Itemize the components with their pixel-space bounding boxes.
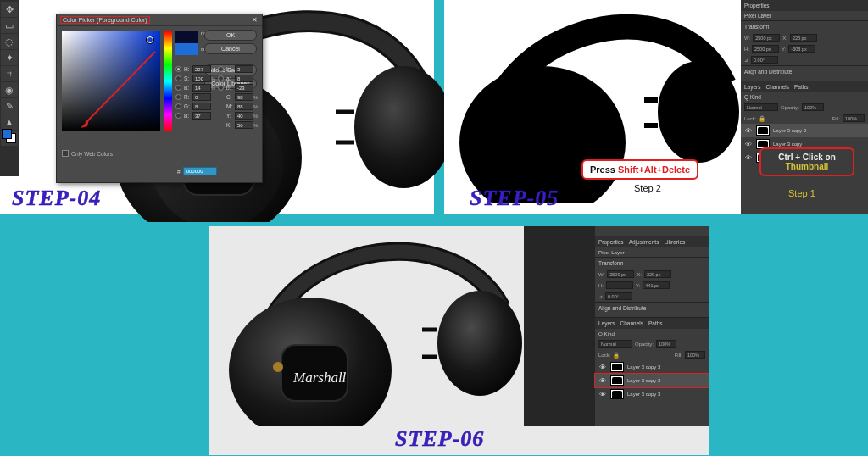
layer-row[interactable]: 👁 Layer 3 copy 3 (595, 387, 709, 401)
callout-press-combo: Shift+Alt+Delete (618, 164, 690, 175)
fill-input[interactable]: 100% (685, 351, 705, 359)
layer-filter-kind[interactable]: Q Kind (598, 331, 615, 336)
input-angle[interactable]: 0.00° (751, 56, 778, 64)
input-c[interactable]: 98 (235, 93, 253, 101)
radio-g[interactable] (175, 103, 181, 109)
radio-b[interactable] (175, 85, 181, 91)
visibility-icon[interactable]: 👁 (744, 154, 753, 162)
input-angle[interactable]: 0.00° (605, 292, 632, 300)
visibility-icon[interactable]: 👁 (744, 127, 753, 135)
layer-thumbnail[interactable] (756, 125, 770, 136)
dialog-title: Color Picker (Foreground Color) (60, 16, 150, 24)
libraries-tab[interactable]: Libraries (664, 239, 685, 245)
input-h[interactable]: 227 (192, 65, 211, 73)
crop-tool-icon[interactable]: ⌗ (1, 66, 18, 81)
eyedrop-tool-icon[interactable]: ◉ (1, 82, 18, 97)
cancel-button[interactable]: Cancel (204, 43, 257, 54)
input-h[interactable] (606, 281, 633, 289)
layer-name: Layer 3 copy 2 (773, 128, 806, 133)
layer-thumbnail[interactable] (610, 389, 624, 399)
svg-point-13 (273, 362, 283, 372)
blend-mode-select[interactable]: Normal (598, 340, 632, 348)
input-r[interactable]: 0 (192, 93, 211, 101)
move-tool-icon[interactable]: ✥ (1, 2, 18, 17)
callout-ctrl-click-thumbnail: Ctrl + Click on Thumbnail (760, 147, 854, 176)
radio-r[interactable] (175, 94, 181, 100)
layer-row[interactable]: 👁 Layer 3 copy 2 (741, 124, 868, 137)
input-bl[interactable]: 37 (192, 112, 211, 120)
color-picker-dialog: Color Picker (Foreground Color) ✕ new cu… (56, 14, 263, 183)
input-k[interactable]: 56 (235, 121, 253, 129)
input-g[interactable]: 8 (192, 103, 211, 110)
hue-slider[interactable] (164, 31, 172, 131)
input-l[interactable]: 3 (235, 65, 253, 73)
channels-tab[interactable]: Channels (620, 320, 643, 326)
svg-point-0 (354, 66, 446, 188)
fill-input[interactable]: 100% (843, 114, 865, 122)
adjustments-tab[interactable]: Adjustments (629, 239, 659, 245)
input-y[interactable]: -308 px (788, 45, 815, 53)
lasso-tool-icon[interactable]: ◌ (1, 34, 18, 49)
input-w[interactable]: 2500 px (753, 34, 780, 42)
input-m[interactable]: 88 (235, 103, 253, 110)
visibility-icon[interactable]: 👁 (598, 391, 607, 398)
input-b[interactable]: 14 (192, 84, 211, 92)
svg-marker-7 (81, 120, 89, 128)
step-04-label: STEP-04 (12, 186, 101, 211)
properties-tab[interactable]: Properties (741, 0, 868, 11)
layer-thumbnail[interactable] (610, 375, 624, 386)
radio-l[interactable] (218, 66, 224, 72)
paths-tab[interactable]: Paths (648, 320, 663, 326)
input-a[interactable]: 8 (235, 75, 253, 82)
visibility-icon[interactable]: 👁 (598, 364, 607, 371)
new-current-swatch: new current (175, 31, 198, 55)
svg-point-9 (459, 66, 626, 203)
layer-row[interactable]: 👁 Layer 3 copy 3 (595, 360, 709, 374)
radio-a[interactable] (218, 75, 224, 81)
input-x[interactable]: 229 px (644, 270, 671, 278)
layer-name: Layer 3 copy (773, 142, 802, 147)
properties-tab[interactable]: Properties (598, 239, 624, 245)
color-field[interactable] (62, 31, 160, 131)
ps-dark-area (536, 226, 595, 426)
layer-row-highlighted[interactable]: 👁 Layer 3 copy 2 (595, 374, 709, 387)
input-h[interactable]: 2500 px (752, 45, 779, 53)
input-w[interactable]: 2500 px (607, 270, 634, 278)
step-05-label: STEP-05 (470, 186, 559, 211)
lock-icon[interactable]: 🔒 (613, 352, 620, 359)
fg-color-swatch[interactable] (2, 129, 12, 139)
input-bb[interactable]: -23 (235, 84, 253, 92)
visibility-icon[interactable]: 👁 (744, 141, 753, 148)
radio-s[interactable] (175, 75, 181, 81)
checkbox-icon[interactable] (62, 150, 69, 157)
marquee-tool-icon[interactable]: ▭ (1, 18, 18, 33)
opacity-input[interactable]: 100% (802, 103, 824, 111)
blend-mode-select[interactable]: Normal (744, 103, 778, 111)
paths-tab[interactable]: Paths (794, 84, 809, 90)
layer-filter-kind[interactable]: Q Kind (744, 94, 761, 100)
ok-button[interactable]: OK (204, 30, 257, 41)
layer-name: Layer 3 copy 2 (627, 378, 660, 383)
fg-bg-swatch[interactable] (0, 127, 19, 144)
radio-h[interactable] (175, 66, 181, 72)
input-y[interactable]: 441 px (643, 281, 670, 289)
channels-tab[interactable]: Channels (766, 84, 789, 90)
lock-icon[interactable]: 🔒 (759, 115, 765, 122)
layers-tab[interactable]: Layers (598, 320, 615, 326)
svg-text:Marshall: Marshall (292, 370, 347, 386)
callout-press-shortcut: Press Shift+Alt+Delete (581, 159, 698, 180)
input-y[interactable]: 40 (235, 112, 253, 120)
radio-bl[interactable] (175, 113, 181, 119)
radio-bb[interactable] (218, 85, 224, 91)
wand-tool-icon[interactable]: ✦ (1, 50, 18, 65)
input-s[interactable]: 100 (192, 75, 211, 82)
opacity-input[interactable]: 100% (656, 340, 676, 348)
input-x[interactable]: 228 px (790, 34, 817, 42)
visibility-icon[interactable]: 👁 (598, 377, 607, 385)
layers-tab[interactable]: Layers (744, 84, 761, 90)
close-icon[interactable]: ✕ (250, 16, 259, 25)
only-web-colors-checkbox[interactable]: Only Web Colors (62, 150, 113, 157)
layer-thumbnail[interactable] (610, 362, 624, 372)
brush-tool-icon[interactable]: ✎ (1, 98, 18, 114)
hex-input[interactable]: 000000 (183, 167, 217, 175)
